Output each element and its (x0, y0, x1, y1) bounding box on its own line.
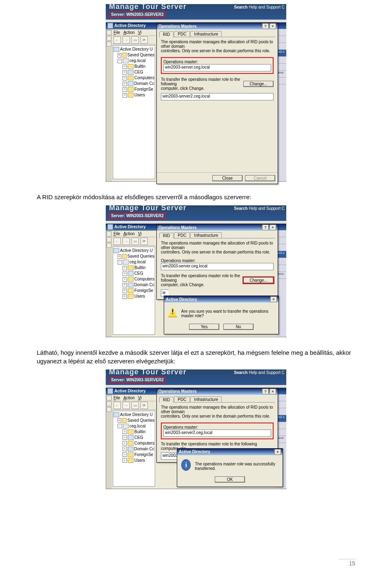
tree-ceg-ou[interactable]: CEG (134, 69, 143, 75)
tab-pdc[interactable]: PDC (174, 31, 190, 37)
info-line-2: controllers. Only one server in the doma… (161, 49, 274, 53)
server-name-box: Server: WIN2003-SERVER2 (109, 377, 166, 383)
forward-icon[interactable]: → (122, 36, 130, 44)
change-button[interactable]: Change... (243, 81, 274, 87)
help-icon[interactable]: ? (262, 389, 269, 394)
tab-infrastructure[interactable]: Infrastructure (190, 232, 222, 238)
tab-infrastructure[interactable]: Infrastructure (190, 31, 222, 37)
window-icon[interactable]: ▭ (131, 238, 139, 245)
tab-rid[interactable]: RID (159, 31, 174, 37)
change-button[interactable]: Change... (243, 277, 274, 283)
info-icon: i (181, 459, 191, 471)
search-link[interactable]: Search Help and Support C (234, 206, 285, 211)
close-icon[interactable]: × (270, 389, 276, 394)
page-number: 15 (339, 559, 355, 567)
doc-heading: A RID szerepkör módosítása az elsődleges… (37, 193, 355, 201)
window-icon[interactable]: ▭ (131, 36, 139, 44)
tree-root[interactable]: Active Directory U (120, 47, 153, 52)
server-name-box: Server: WIN2003-SERVER2 (109, 213, 166, 219)
screenshot-2: Manage Tour Server Server: WIN2003-SERVE… (106, 205, 286, 337)
collapse-icon: − (118, 59, 122, 63)
operations-masters-dialog: Operations Masters ? × RID PDC Infrastru… (156, 224, 278, 300)
refresh-icon[interactable]: ⟳ (140, 238, 148, 245)
tab-strip[interactable]: RID PDC Infrastructure (157, 231, 278, 238)
search-link[interactable]: Search Help and Support C (234, 5, 285, 9)
dialog-title-text: Operations Masters (158, 24, 196, 29)
adu-root-icon (114, 47, 119, 52)
menu-file: FFileile (114, 30, 120, 35)
help-icon[interactable]: ? (262, 225, 269, 230)
dialog-footer: Close Cancel (157, 172, 278, 184)
target-server-field: win2003-server2.ceg.local (161, 93, 274, 100)
adu-icon (107, 388, 113, 394)
window-icon[interactable]: ▭ (131, 402, 139, 409)
gray-strip (106, 20, 286, 22)
manage-your-server-title: Manage Tour Server (109, 2, 187, 11)
search-link[interactable]: Search Help and Support C (234, 370, 285, 375)
tab-rid[interactable]: RID (159, 233, 174, 238)
ops-master-field: win2003-server2.ceg.local (163, 429, 271, 437)
ops-master-field: win2003-server.ceg.local (161, 263, 274, 270)
close-icon[interactable]: × (270, 23, 276, 29)
close-icon[interactable]: × (270, 296, 277, 302)
menu-bar[interactable]: FileActionVi (112, 395, 156, 401)
ops-master-label: Operations master: (163, 60, 271, 64)
side-toolbar (106, 29, 112, 181)
forward-icon[interactable]: → (122, 402, 130, 409)
tree-users[interactable]: Users (134, 92, 145, 98)
menu-view: Vi (138, 30, 142, 35)
tree-view[interactable]: Active Directory U +Saved Queries −ceg.l… (113, 247, 155, 335)
tree-foreign[interactable]: ForeignSe (134, 87, 153, 92)
menu-action: Action (123, 30, 135, 35)
forward-icon[interactable]: → (122, 238, 130, 245)
info-message: The operations master role was successfu… (195, 459, 278, 471)
refresh-icon[interactable]: ⟳ (140, 36, 148, 44)
tab-rid[interactable]: RID (159, 397, 174, 403)
toolbar[interactable]: ← → ▭ ⟳ (112, 36, 156, 44)
tree-saved[interactable]: Saved Queries (127, 52, 154, 58)
menu-bar[interactable]: FileActionVi (112, 231, 156, 237)
close-button[interactable]: Close (212, 175, 243, 181)
confirm-message: Are you sure you want to transfer the op… (181, 307, 274, 318)
tab-strip[interactable]: RID PDC Infrastructure (157, 29, 278, 37)
back-icon[interactable]: ← (114, 238, 121, 245)
dialog-titlebar: Operations Masters ? × (157, 224, 278, 231)
transfer-line-2: computer, click Change. (161, 86, 240, 91)
tree-domaincc[interactable]: Domain Cc (134, 81, 154, 87)
operations-master-group: Operations master: win2003-server.ceg.lo… (161, 57, 274, 74)
tree-builtin[interactable]: Builtin (134, 64, 145, 69)
search-rest: Help and Support C (247, 5, 285, 9)
ok-button[interactable]: OK (215, 476, 245, 483)
cancel-button: Cancel (245, 175, 275, 181)
tree-view[interactable]: Active Directory U +Saved Queries −ceg.l… (113, 411, 155, 487)
doc-paragraph: Látható, hogy innentől kezdve a második … (37, 349, 355, 365)
adu-icon (107, 23, 113, 29)
left-panel: FFileile Action Vi ← → ▭ ⟳ Active Direct… (112, 29, 156, 181)
yes-button[interactable]: Yes (189, 324, 219, 330)
operations-master-group: Operations master: win2003-server2.ceg.l… (161, 423, 274, 439)
tab-pdc[interactable]: PDC (174, 232, 190, 238)
menu-bar[interactable]: FFileile Action Vi (112, 29, 156, 36)
tree-computers[interactable]: Computers (134, 75, 154, 81)
tab-pdc[interactable]: PDC (174, 396, 190, 402)
no-button[interactable]: No (223, 324, 254, 330)
search-label: Search (234, 5, 247, 9)
confirm-titlebar: Active Directory × (164, 296, 278, 303)
refresh-icon[interactable]: ⟳ (140, 402, 148, 409)
tree-domain[interactable]: ceg.local (129, 58, 145, 64)
close-icon[interactable]: × (274, 449, 281, 455)
manage-your-server-header: Manage Tour Server Server: WIN2003-SERVE… (106, 4, 286, 20)
tab-infrastructure[interactable]: Infrastructure (190, 396, 222, 402)
manage-your-server-header: Manage Tour Server Server: WIN2003-SERVE… (106, 205, 286, 221)
back-icon[interactable]: ← (114, 36, 121, 44)
help-icon[interactable]: ? (262, 23, 269, 29)
info-line-1: The operations master manages the alloca… (161, 40, 274, 49)
warning-icon (168, 307, 177, 317)
screenshot-1: Manage Tour Server Server: WIN2003-SERVE… (106, 4, 286, 182)
back-icon[interactable]: ← (114, 402, 121, 409)
tree-view[interactable]: Active Directory U +Saved Queries −ceg.l… (113, 45, 155, 179)
close-icon[interactable]: × (270, 225, 276, 230)
ops-master-field: win2003-server.ceg.local (163, 64, 271, 71)
dialog-titlebar: Operations Masters ? × (157, 23, 278, 29)
operations-masters-dialog: Operations Masters ? × RID PDC Infrastru… (156, 22, 278, 184)
